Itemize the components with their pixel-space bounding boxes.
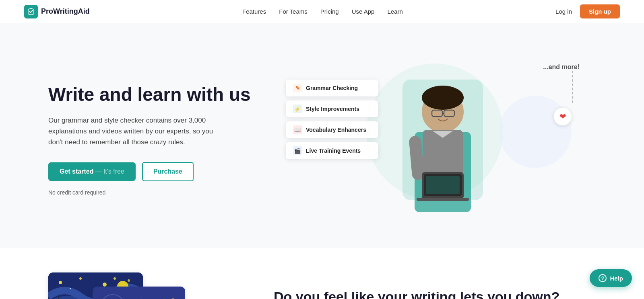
style-label: Style Improvements [306, 106, 359, 112]
hero-description: Our grammar and style checker contains o… [48, 115, 225, 148]
and-more-text: ...and more! [543, 63, 580, 71]
nav-for-teams[interactable]: For Teams [279, 8, 308, 15]
svg-point-17 [103, 283, 107, 287]
training-label: Live Training Events [306, 147, 361, 154]
section2: My idea in my head [0, 248, 644, 299]
free-text: — It's free [95, 168, 124, 175]
get-started-button[interactable]: Get started— It's free [48, 162, 136, 181]
nav-right: Log in Sign up [555, 4, 620, 18]
hero-left: Write and learn with us Our grammar and … [48, 84, 274, 196]
no-card-text: No credit card required [48, 189, 274, 196]
pill-training: 🎬 Live Training Events [286, 142, 378, 159]
help-icon: ? [599, 274, 607, 282]
hero-section: Write and learn with us Our grammar and … [0, 23, 644, 248]
nav-features[interactable]: Features [242, 8, 266, 15]
logo-svg [27, 8, 35, 16]
purchase-button[interactable]: Purchase [142, 162, 194, 181]
svg-point-21 [114, 277, 116, 280]
feature-pills: ✎ Grammar Checking ⚡ Style Improvements … [286, 80, 378, 159]
heart-badge: ❤ [554, 108, 572, 125]
login-link[interactable]: Log in [555, 8, 572, 15]
logo[interactable]: ProWritingAid [24, 5, 90, 18]
pill-grammar: ✎ Grammar Checking [286, 80, 378, 96]
get-started-label: Get started [60, 168, 93, 175]
nav-learn[interactable]: Learn [387, 8, 402, 15]
nav-links: Features For Teams Pricing Use App Learn [242, 8, 403, 15]
logo-text: ProWritingAid [41, 7, 90, 16]
navbar: ProWritingAid Features For Teams Pricing… [0, 0, 644, 23]
svg-rect-24 [93, 287, 185, 299]
svg-rect-13 [426, 176, 460, 194]
svg-point-20 [70, 288, 71, 289]
hero-title: Write and learn with us [48, 84, 274, 105]
svg-point-15 [59, 281, 62, 284]
hero-right: ...and more! ❤ ✎ Grammar Checking ⚡ Styl… [274, 55, 596, 224]
logo-icon [24, 5, 38, 18]
person-illustration [370, 59, 499, 220]
svg-rect-12 [417, 198, 469, 201]
training-icon: 🎬 [293, 146, 302, 155]
nav-pricing[interactable]: Pricing [320, 8, 339, 15]
hero-buttons: Get started— It's free Purchase [48, 162, 274, 181]
section2-title: Do you feel like your writing lets you d… [274, 289, 596, 299]
section2-images: My idea in my head [48, 272, 225, 299]
section2-left: My idea in my head [48, 272, 242, 299]
style-icon: ⚡ [293, 104, 302, 113]
swirl-svg [93, 287, 185, 299]
pill-vocabulary: 📖 Vocabulary Enhancers [286, 121, 378, 138]
hero-bg-circle-sm [499, 96, 572, 168]
vocabulary-icon: 📖 [293, 125, 302, 134]
grammar-label: Grammar Checking [306, 85, 358, 91]
signup-button[interactable]: Sign up [580, 4, 620, 18]
pill-style: ⚡ Style Improvements [286, 100, 378, 117]
help-button[interactable]: ? Help [590, 269, 632, 287]
help-label: Help [610, 275, 623, 282]
section2-right: Do you feel like your writing lets you d… [274, 272, 596, 299]
grammar-icon: ✎ [293, 84, 302, 92]
svg-point-18 [128, 279, 130, 282]
nav-use-app[interactable]: Use App [352, 8, 375, 15]
svg-point-3 [422, 86, 464, 110]
vocabulary-label: Vocabulary Enhancers [306, 127, 366, 133]
blue-card [93, 287, 185, 299]
svg-point-16 [79, 277, 82, 280]
dotted-line [572, 71, 573, 103]
